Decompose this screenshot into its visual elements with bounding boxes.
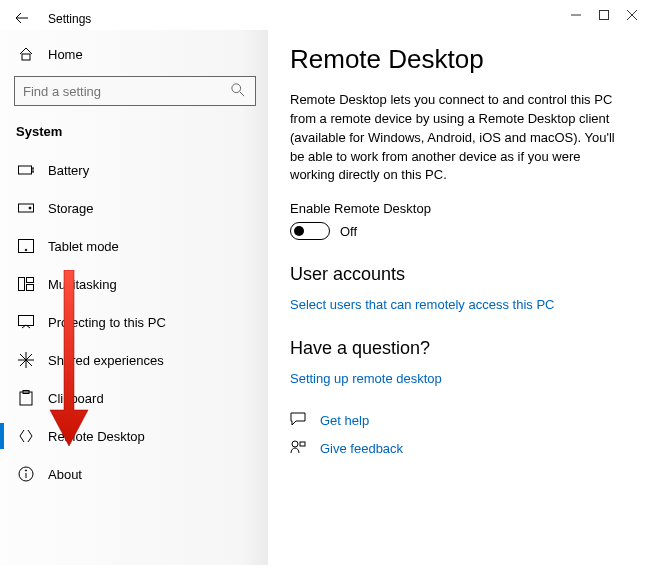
remote-desktop-icon — [18, 428, 34, 444]
get-help-label: Get help — [320, 413, 369, 428]
about-icon — [18, 466, 34, 482]
page-title: Remote Desktop — [290, 44, 626, 75]
minimize-button[interactable] — [562, 1, 590, 29]
svg-rect-28 — [300, 442, 305, 446]
sidebar-item-tablet-mode[interactable]: Tablet mode — [0, 227, 268, 265]
svg-point-11 — [29, 207, 31, 209]
sidebar-item-label: Tablet mode — [48, 239, 119, 254]
home-icon — [18, 46, 34, 62]
sidebar-item-label: Shared experiences — [48, 353, 164, 368]
svg-rect-5 — [22, 54, 30, 60]
multitasking-icon — [18, 276, 34, 292]
search-box[interactable] — [14, 76, 256, 106]
feedback-icon — [290, 440, 306, 456]
sidebar-item-storage[interactable]: Storage — [0, 189, 268, 227]
battery-icon — [18, 162, 34, 178]
svg-line-7 — [240, 92, 244, 96]
svg-rect-1 — [600, 11, 609, 20]
user-accounts-heading: User accounts — [290, 264, 626, 285]
home-label: Home — [48, 47, 83, 62]
svg-point-27 — [292, 441, 298, 447]
clipboard-icon — [18, 390, 34, 406]
close-button[interactable] — [618, 1, 646, 29]
home-nav[interactable]: Home — [0, 40, 268, 70]
sidebar-item-multitasking[interactable]: Multitasking — [0, 265, 268, 303]
get-help-row[interactable]: Get help — [290, 412, 626, 428]
search-icon — [231, 83, 247, 99]
shared-icon — [18, 352, 34, 368]
sidebar-item-label: Storage — [48, 201, 94, 216]
sidebar: Home System Battery Storage Tablet — [0, 30, 268, 565]
chat-icon — [290, 412, 306, 428]
setup-link[interactable]: Setting up remote desktop — [290, 371, 626, 386]
svg-rect-8 — [19, 166, 32, 174]
sidebar-item-remote-desktop[interactable]: Remote Desktop — [0, 417, 268, 455]
sidebar-item-shared[interactable]: Shared experiences — [0, 341, 268, 379]
toggle-state: Off — [340, 224, 357, 239]
svg-point-13 — [25, 249, 27, 251]
svg-point-6 — [232, 84, 241, 93]
main-content: Remote Desktop Remote Desktop lets you c… — [268, 30, 648, 565]
back-icon[interactable] — [14, 10, 30, 29]
svg-rect-15 — [27, 278, 34, 283]
section-label: System — [0, 120, 268, 151]
tablet-icon — [18, 238, 34, 254]
storage-icon — [18, 200, 34, 216]
svg-rect-17 — [19, 316, 34, 326]
sidebar-item-label: About — [48, 467, 82, 482]
sidebar-item-about[interactable]: About — [0, 455, 268, 493]
select-users-link[interactable]: Select users that can remotely access th… — [290, 297, 626, 312]
app-title: Settings — [48, 12, 91, 26]
enable-remote-desktop-toggle[interactable] — [290, 222, 330, 240]
sidebar-item-clipboard[interactable]: Clipboard — [0, 379, 268, 417]
give-feedback-label: Give feedback — [320, 441, 403, 456]
projecting-icon — [18, 314, 34, 330]
svg-rect-9 — [32, 168, 34, 172]
question-heading: Have a question? — [290, 338, 626, 359]
svg-rect-16 — [27, 285, 34, 291]
svg-point-26 — [25, 470, 26, 471]
sidebar-item-projecting[interactable]: Projecting to this PC — [0, 303, 268, 341]
svg-rect-14 — [19, 278, 25, 291]
page-description: Remote Desktop lets you connect to and c… — [290, 91, 626, 185]
maximize-button[interactable] — [590, 1, 618, 29]
sidebar-item-battery[interactable]: Battery — [0, 151, 268, 189]
toggle-label: Enable Remote Desktop — [290, 201, 626, 216]
titlebar — [0, 0, 648, 30]
sidebar-item-label: Remote Desktop — [48, 429, 145, 444]
sidebar-item-label: Multitasking — [48, 277, 117, 292]
sidebar-item-label: Clipboard — [48, 391, 104, 406]
give-feedback-row[interactable]: Give feedback — [290, 440, 626, 456]
sidebar-item-label: Battery — [48, 163, 89, 178]
search-input[interactable] — [23, 84, 231, 99]
sidebar-item-label: Projecting to this PC — [48, 315, 166, 330]
